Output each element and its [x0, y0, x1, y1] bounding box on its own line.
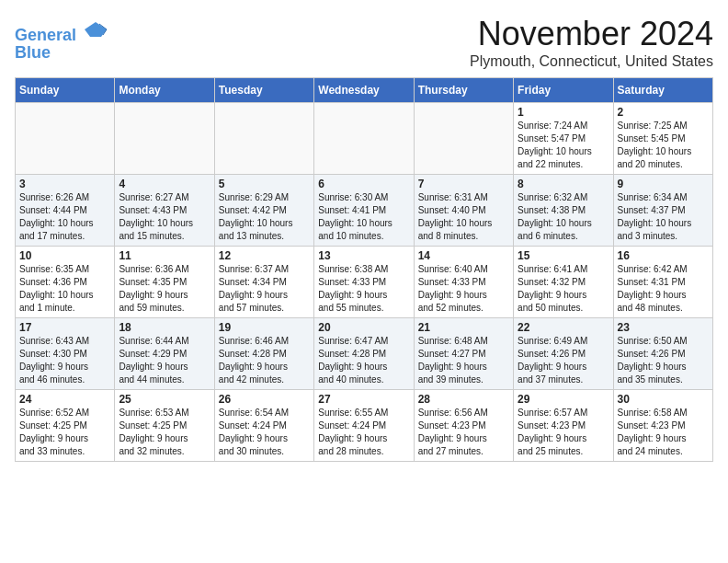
day-info: Sunrise: 6:42 AM Sunset: 4:31 PM Dayligh…	[618, 263, 709, 315]
calendar-day-cell	[115, 103, 214, 175]
day-number: 23	[618, 321, 709, 334]
calendar-day-cell: 20Sunrise: 6:47 AM Sunset: 4:28 PM Dayli…	[314, 318, 414, 390]
calendar-day-cell: 19Sunrise: 6:46 AM Sunset: 4:28 PM Dayli…	[214, 318, 313, 390]
day-number: 30	[618, 393, 709, 406]
day-number: 3	[19, 178, 110, 190]
calendar-header-row: SundayMondayTuesdayWednesdayThursdayFrid…	[16, 78, 713, 103]
weekday-header: Tuesday	[214, 78, 313, 103]
calendar-day-cell: 7Sunrise: 6:31 AM Sunset: 4:40 PM Daylig…	[414, 175, 513, 247]
day-number: 7	[418, 178, 509, 190]
calendar-table: SundayMondayTuesdayWednesdayThursdayFrid…	[15, 77, 713, 462]
day-number: 12	[219, 249, 310, 262]
calendar-day-cell: 3Sunrise: 6:26 AM Sunset: 4:44 PM Daylig…	[16, 175, 115, 247]
calendar-week-row: 17Sunrise: 6:43 AM Sunset: 4:30 PM Dayli…	[16, 318, 713, 390]
day-number: 19	[219, 321, 310, 334]
calendar-day-cell: 26Sunrise: 6:54 AM Sunset: 4:24 PM Dayli…	[214, 390, 313, 462]
calendar-day-cell: 24Sunrise: 6:52 AM Sunset: 4:25 PM Dayli…	[16, 390, 115, 462]
calendar-day-cell: 5Sunrise: 6:29 AM Sunset: 4:42 PM Daylig…	[214, 175, 313, 247]
day-info: Sunrise: 6:43 AM Sunset: 4:30 PM Dayligh…	[19, 335, 110, 386]
calendar-day-cell: 11Sunrise: 6:36 AM Sunset: 4:35 PM Dayli…	[115, 247, 214, 318]
calendar-day-cell: 6Sunrise: 6:30 AM Sunset: 4:41 PM Daylig…	[314, 175, 414, 247]
day-info: Sunrise: 6:49 AM Sunset: 4:26 PM Dayligh…	[518, 335, 609, 386]
day-number: 29	[518, 393, 609, 406]
calendar-day-cell: 1Sunrise: 7:24 AM Sunset: 5:47 PM Daylig…	[514, 103, 613, 175]
day-info: Sunrise: 6:58 AM Sunset: 4:23 PM Dayligh…	[618, 407, 709, 458]
day-info: Sunrise: 6:50 AM Sunset: 4:26 PM Dayligh…	[618, 335, 709, 386]
day-number: 9	[618, 178, 709, 190]
day-info: Sunrise: 6:30 AM Sunset: 4:41 PM Dayligh…	[318, 191, 409, 243]
day-number: 10	[19, 249, 110, 262]
month-title: November 2024	[470, 15, 713, 53]
weekday-header: Friday	[514, 78, 613, 103]
day-number: 25	[119, 393, 210, 406]
day-info: Sunrise: 6:46 AM Sunset: 4:28 PM Dayligh…	[219, 335, 310, 386]
day-number: 14	[418, 249, 509, 262]
day-info: Sunrise: 6:44 AM Sunset: 4:29 PM Dayligh…	[119, 335, 210, 386]
day-number: 11	[119, 249, 210, 262]
day-info: Sunrise: 6:54 AM Sunset: 4:24 PM Dayligh…	[219, 407, 310, 458]
logo: General Blue	[15, 18, 108, 63]
day-info: Sunrise: 6:29 AM Sunset: 4:42 PM Dayligh…	[219, 191, 310, 243]
day-number: 8	[518, 178, 609, 190]
day-info: Sunrise: 6:47 AM Sunset: 4:28 PM Dayligh…	[318, 335, 409, 386]
day-info: Sunrise: 6:56 AM Sunset: 4:23 PM Dayligh…	[418, 407, 509, 458]
day-info: Sunrise: 6:52 AM Sunset: 4:25 PM Dayligh…	[19, 407, 110, 458]
calendar-week-row: 10Sunrise: 6:35 AM Sunset: 4:36 PM Dayli…	[16, 247, 713, 318]
day-number: 1	[518, 106, 609, 119]
day-info: Sunrise: 6:55 AM Sunset: 4:24 PM Dayligh…	[318, 407, 409, 458]
calendar-day-cell: 14Sunrise: 6:40 AM Sunset: 4:33 PM Dayli…	[414, 247, 513, 318]
calendar-day-cell: 21Sunrise: 6:48 AM Sunset: 4:27 PM Dayli…	[414, 318, 513, 390]
calendar-day-cell: 28Sunrise: 6:56 AM Sunset: 4:23 PM Dayli…	[414, 390, 513, 462]
calendar-day-cell: 8Sunrise: 6:32 AM Sunset: 4:38 PM Daylig…	[514, 175, 613, 247]
day-number: 18	[119, 321, 210, 334]
logo-blue: Blue	[15, 43, 108, 63]
calendar-week-row: 3Sunrise: 6:26 AM Sunset: 4:44 PM Daylig…	[16, 175, 713, 247]
calendar-day-cell: 22Sunrise: 6:49 AM Sunset: 4:26 PM Dayli…	[514, 318, 613, 390]
day-info: Sunrise: 6:38 AM Sunset: 4:33 PM Dayligh…	[318, 263, 409, 315]
day-info: Sunrise: 6:57 AM Sunset: 4:23 PM Dayligh…	[518, 407, 609, 458]
calendar-day-cell: 23Sunrise: 6:50 AM Sunset: 4:26 PM Dayli…	[613, 318, 712, 390]
calendar-day-cell: 25Sunrise: 6:53 AM Sunset: 4:25 PM Dayli…	[115, 390, 214, 462]
day-number: 26	[219, 393, 310, 406]
day-info: Sunrise: 7:25 AM Sunset: 5:45 PM Dayligh…	[618, 120, 709, 171]
day-info: Sunrise: 6:35 AM Sunset: 4:36 PM Dayligh…	[19, 263, 110, 315]
day-number: 21	[418, 321, 509, 334]
day-info: Sunrise: 6:53 AM Sunset: 4:25 PM Dayligh…	[119, 407, 210, 458]
page-header: General Blue November 2024 Plymouth, Con…	[15, 15, 713, 70]
day-number: 28	[418, 393, 509, 406]
calendar-day-cell: 17Sunrise: 6:43 AM Sunset: 4:30 PM Dayli…	[16, 318, 115, 390]
logo-text: General	[15, 18, 108, 45]
weekday-header: Wednesday	[314, 78, 414, 103]
day-number: 5	[219, 178, 310, 190]
calendar-day-cell	[16, 103, 115, 175]
day-number: 22	[518, 321, 609, 334]
calendar-week-row: 1Sunrise: 7:24 AM Sunset: 5:47 PM Daylig…	[16, 103, 713, 175]
calendar-day-cell: 4Sunrise: 6:27 AM Sunset: 4:43 PM Daylig…	[115, 175, 214, 247]
day-info: Sunrise: 6:32 AM Sunset: 4:38 PM Dayligh…	[518, 191, 609, 243]
calendar-day-cell	[214, 103, 313, 175]
day-info: Sunrise: 6:26 AM Sunset: 4:44 PM Dayligh…	[19, 191, 110, 243]
day-info: Sunrise: 6:48 AM Sunset: 4:27 PM Dayligh…	[418, 335, 509, 386]
calendar-day-cell: 2Sunrise: 7:25 AM Sunset: 5:45 PM Daylig…	[613, 103, 712, 175]
calendar-day-cell: 9Sunrise: 6:34 AM Sunset: 4:37 PM Daylig…	[613, 175, 712, 247]
logo-icon	[83, 18, 108, 40]
day-info: Sunrise: 6:27 AM Sunset: 4:43 PM Dayligh…	[119, 191, 210, 243]
calendar-day-cell: 15Sunrise: 6:41 AM Sunset: 4:32 PM Dayli…	[514, 247, 613, 318]
day-number: 27	[318, 393, 409, 406]
day-info: Sunrise: 6:40 AM Sunset: 4:33 PM Dayligh…	[418, 263, 509, 315]
day-info: Sunrise: 6:34 AM Sunset: 4:37 PM Dayligh…	[618, 191, 709, 243]
calendar-day-cell	[314, 103, 414, 175]
calendar-day-cell: 16Sunrise: 6:42 AM Sunset: 4:31 PM Dayli…	[613, 247, 712, 318]
calendar-day-cell: 30Sunrise: 6:58 AM Sunset: 4:23 PM Dayli…	[613, 390, 712, 462]
calendar-day-cell: 27Sunrise: 6:55 AM Sunset: 4:24 PM Dayli…	[314, 390, 414, 462]
day-number: 2	[618, 106, 709, 119]
day-number: 17	[19, 321, 110, 334]
day-info: Sunrise: 6:41 AM Sunset: 4:32 PM Dayligh…	[518, 263, 609, 315]
calendar-week-row: 24Sunrise: 6:52 AM Sunset: 4:25 PM Dayli…	[16, 390, 713, 462]
calendar-day-cell: 13Sunrise: 6:38 AM Sunset: 4:33 PM Dayli…	[314, 247, 414, 318]
weekday-header: Sunday	[16, 78, 115, 103]
day-number: 16	[618, 249, 709, 262]
calendar-day-cell: 29Sunrise: 6:57 AM Sunset: 4:23 PM Dayli…	[514, 390, 613, 462]
day-number: 13	[318, 249, 409, 262]
weekday-header: Monday	[115, 78, 214, 103]
